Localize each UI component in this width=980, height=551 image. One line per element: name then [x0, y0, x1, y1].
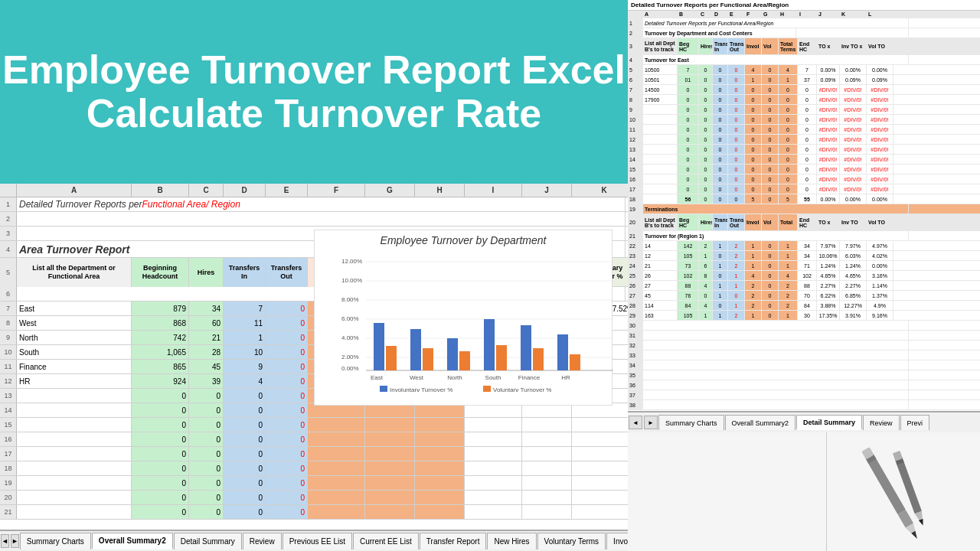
svg-text:8.00%: 8.00% — [341, 296, 359, 303]
col-a: A — [17, 184, 132, 197]
svg-text:East: East — [371, 374, 384, 381]
row-21: 21 0 0 0 0 — [0, 505, 628, 520]
tab-new-hires[interactable]: New Hires — [487, 533, 536, 549]
rs-east-total: 18 56 0 0 0 5 0 5 55 0.00% 0.00% 0.00% — [628, 194, 980, 204]
svg-rect-14 — [374, 323, 384, 370]
tab-prev-btn[interactable]: ◄ — [1, 534, 9, 548]
title-region: Functional Area/ Region — [142, 199, 240, 210]
tab-overall-summary2[interactable]: Overall Summary2 — [92, 533, 173, 549]
col-k: K — [572, 184, 628, 197]
row-2: 2 — [0, 212, 628, 227]
svg-rect-32 — [380, 386, 387, 392]
rs-east-r1: 5 10500 7 0 0 0 4 0 4 7 0.00% 0.00% 0.00… — [628, 65, 980, 75]
rs-region-r6: 27 45 76 0 1 0 2 0 2 70 6.22% 6.85% 1.37… — [628, 291, 980, 301]
rt-tab-previ[interactable]: Previ — [900, 415, 930, 430]
svg-text:0.00%: 0.00% — [341, 365, 359, 372]
svg-rect-24 — [557, 334, 568, 370]
row-18: 18 0 0 0 0 — [0, 461, 628, 476]
cell-hires-7: 34 — [189, 302, 224, 315]
rs-div0-r15: 15 0 0 0 0 0 0 0 0 #DIV/0! #DIV/0! #DIV/… — [628, 165, 980, 174]
rt-next-btn[interactable]: ► — [644, 416, 658, 429]
svg-rect-34 — [483, 386, 491, 392]
tab-involuntary-terms[interactable]: Involuntary Terms — [606, 533, 628, 549]
title-area: Employee Turnover Report Excel Calculate… — [0, 0, 628, 184]
svg-rect-17 — [423, 348, 433, 370]
rs-region-label: 21 Turnover for (Region 1) — [628, 231, 980, 241]
rs-div0-r16: 16 0 0 0 0 0 0 0 0 #DIV/0! #DIV/0! #DIV/… — [628, 174, 980, 184]
right-bottom-left — [628, 432, 827, 551]
cell-tin-7: 7 — [224, 302, 266, 315]
col-header-row: A B C D E F G H I J K L — [0, 184, 628, 197]
col-dept-header: List all the Department or Functional Ar… — [17, 258, 132, 287]
rs-empty-r36: 36 — [628, 380, 980, 390]
tab-review[interactable]: Review — [243, 533, 282, 549]
row-16: 16 0 0 0 0 — [0, 432, 628, 447]
rs-empty-r34: 34 — [628, 360, 980, 370]
svg-text:West: West — [410, 374, 424, 381]
tab-summary-charts[interactable]: Summary Charts — [20, 533, 91, 549]
tab-voluntary-terms[interactable]: Voluntary Terms — [537, 533, 606, 549]
rs-east-r3: 7 14500 0 0 0 0 0 0 0 0 #DIV/0! #DIV/0! … — [628, 85, 980, 95]
tab-next-btn[interactable]: ► — [11, 534, 19, 548]
pen-area — [827, 432, 980, 551]
spreadsheet: A B C D E F G H I J K L 1 Detailed Turno… — [0, 184, 628, 551]
rs-region-r3: 24 21 73 6 1 2 1 0 1 71 1.24% 1.24% 0.00… — [628, 261, 980, 271]
rt-tab-summary[interactable]: Summary Charts — [658, 415, 724, 430]
svg-rect-15 — [386, 346, 397, 370]
svg-text:2.00%: 2.00% — [341, 354, 359, 360]
rt-prev-btn[interactable]: ◄ — [629, 416, 642, 429]
left-panel: Employee Turnover Report Excel Calculate… — [0, 0, 628, 551]
rs-div0-r14: 14 0 0 0 0 0 0 0 0 #DIV/0! #DIV/0! #DIV/… — [628, 155, 980, 165]
row-num-header — [0, 184, 17, 197]
col-b: B — [132, 184, 189, 197]
rt-tab-overall[interactable]: Overall Summary2 — [725, 415, 796, 430]
rs-header-row: 3 List all Dept B's to track Beg HC Hire… — [628, 38, 980, 55]
tab-current-ee-list[interactable]: Current EE List — [353, 533, 419, 549]
cell-dept-7: East — [17, 302, 132, 315]
col-g: G — [365, 184, 415, 197]
svg-text:HR: HR — [561, 374, 570, 381]
row-17: 17 0 0 0 0 — [0, 447, 628, 461]
svg-marker-43 — [915, 511, 927, 527]
col-j: J — [522, 184, 572, 197]
empty-rows: 13 0 0 0 0 14 0 0 0 0 — [0, 389, 628, 520]
col-e: E — [266, 184, 308, 197]
row-19: 19 0 0 0 0 — [0, 476, 628, 491]
col-f: F — [308, 184, 365, 197]
tab-bar: ◄ ► Summary Charts Overall Summary2 Deta… — [0, 530, 628, 551]
rs-region-r1: 22 14 142 2 1 2 1 0 1 34 7.97% 7.97% 4.9… — [628, 241, 980, 251]
rt-tab-detail[interactable]: Detail Summary — [796, 415, 862, 430]
tab-transfer-report[interactable]: Transfer Report — [420, 533, 487, 549]
rs-region-r5: 26 27 88 4 1 1 2 0 2 88 2.27% 2.27% 1.14… — [628, 281, 980, 291]
pen-svg — [827, 432, 980, 551]
rs-div0-r8: 8 17900 0 0 0 0 0 0 0 0 #DIV/0! #DIV/0! … — [628, 95, 980, 105]
rs-region-section-header: 19 Terminations — [628, 204, 980, 214]
rs-div0-r13: 13 0 0 0 0 0 0 0 0 #DIV/0! #DIV/0! #DIV/… — [628, 145, 980, 155]
tab-prev-ee-list[interactable]: Previous EE List — [283, 533, 352, 549]
rs-div0-r11: 11 0 0 0 0 0 0 0 0 #DIV/0! #DIV/0! #DIV/… — [628, 125, 980, 135]
rs-div0-r10: 10 0 0 0 0 0 0 0 0 #DIV/0! #DIV/0! #DIV/… — [628, 115, 980, 125]
rs-empty-r30: 30 — [628, 321, 980, 331]
row-1: 1 Detailed Turnover Reports per Function… — [0, 197, 628, 212]
col-c: C — [189, 184, 224, 197]
svg-rect-22 — [521, 325, 531, 370]
rs-empty-r33: 33 — [628, 350, 980, 360]
chart-area: Employee Turnover by Department 12.00% 1… — [314, 230, 612, 406]
svg-text:North: North — [447, 374, 462, 381]
svg-rect-23 — [533, 348, 544, 370]
rt-tab-review[interactable]: Review — [863, 415, 900, 430]
rs-title: Detailed Turnover Reports per Functional… — [628, 0, 980, 11]
rs-col-header: A B C D E F G H I J K L — [628, 11, 980, 18]
svg-rect-21 — [496, 345, 507, 370]
svg-text:Voluntary Turnover %: Voluntary Turnover % — [493, 386, 551, 392]
area-heading: Area Turnover Report — [17, 241, 331, 257]
svg-text:10.00%: 10.00% — [341, 277, 362, 284]
title-line1: Employee Turnover Report Excel — [2, 48, 626, 92]
title-line2: Calculate Turnover Rate — [87, 92, 541, 135]
rs-empty-r37: 37 — [628, 390, 980, 400]
title-cell: Detailed Turnover Reports per Functional… — [17, 197, 626, 211]
rs-row-section: 2 Turnover by Department and Cost Center… — [628, 28, 980, 38]
tab-detail-summary[interactable]: Detail Summary — [174, 533, 242, 549]
svg-text:6.00%: 6.00% — [341, 315, 359, 322]
svg-rect-18 — [447, 338, 458, 370]
